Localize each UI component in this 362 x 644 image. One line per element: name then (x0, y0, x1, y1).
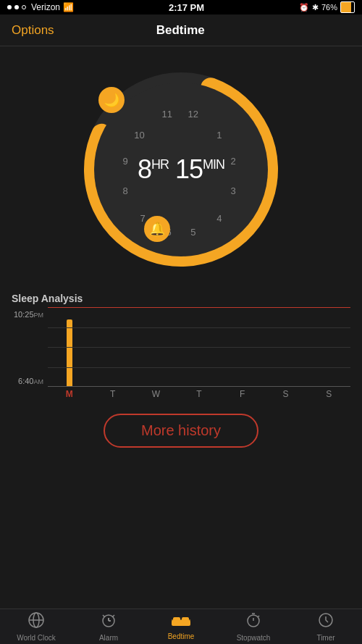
clock-num-11: 11 (162, 109, 172, 120)
alarm-status-icon: ⏰ (299, 3, 309, 12)
chart-x-label-t1: T (91, 389, 135, 399)
options-button[interactable]: Options (12, 23, 54, 38)
nav-bar: Options Bedtime (0, 14, 362, 46)
tab-item-bedtime[interactable]: Bedtime (145, 609, 217, 644)
nav-title: Bedtime (156, 23, 205, 38)
signal-dot-3 (22, 5, 26, 9)
chart-x-label-m: M (48, 389, 91, 399)
wifi-icon: 📶 (63, 2, 74, 12)
stopwatch-icon (245, 611, 262, 632)
clock-num-4: 4 (216, 213, 222, 224)
tab-label-timer: Timer (316, 634, 334, 642)
chart-grid-line-3 (48, 367, 350, 368)
status-time: 2:17 PM (169, 2, 204, 13)
more-history-button[interactable]: More history (104, 414, 258, 448)
clock-num-1: 1 (216, 130, 222, 141)
svg-line-8 (103, 615, 105, 617)
chart-bottom-line (48, 386, 350, 387)
more-history-container: More history (0, 414, 362, 448)
status-bar: Verizon 📶 2:17 PM ⏰ ✱ 76% (0, 0, 362, 14)
svg-rect-11 (173, 617, 180, 622)
tab-bar: World Clock Alarm Bedtime (0, 609, 362, 644)
signal-dot-1 (7, 5, 12, 9)
clock-container[interactable]: 11 12 1 2 3 4 5 6 7 8 9 10 8HR 15MIN (72, 61, 290, 278)
clock-hours: 8 (138, 154, 151, 184)
clock-section: 11 12 1 2 3 4 5 6 7 8 9 10 8HR 15MIN (0, 46, 362, 285)
tab-item-world-clock[interactable]: World Clock (0, 609, 72, 644)
clock-minutes: 15 (175, 154, 203, 184)
world-clock-icon (28, 611, 45, 632)
chart-top-line (48, 307, 350, 308)
chart-y-top-label: 10:25PM (12, 307, 43, 320)
clock-num-3: 3 (230, 185, 235, 196)
bedtime-icon (172, 613, 190, 631)
chart-y-axis: 10:25PM 6:40AM (12, 307, 48, 387)
chart-x-label-f: F (221, 389, 264, 399)
clock-num-2: 2 (230, 156, 235, 167)
clock-num-10: 10 (134, 130, 144, 141)
sleep-analysis-title: Sleep Analysis (12, 293, 350, 304)
chart-grid-line-2 (48, 347, 350, 348)
signal-dot-2 (14, 5, 19, 9)
chart-grid-line-1 (48, 327, 350, 328)
clock-num-7: 7 (140, 213, 146, 224)
clock-num-8: 8 (123, 185, 128, 196)
clock-num-5: 5 (190, 227, 195, 238)
clock-num-9: 9 (123, 156, 128, 167)
svg-line-9 (112, 615, 114, 617)
clock-time-display: 8HR 15MIN (138, 154, 224, 185)
battery-level: 76% (321, 3, 337, 12)
clock-hours-unit: HR (151, 157, 169, 172)
chart-x-label-s2: S (307, 389, 350, 399)
chart-y-bottom-label: 6:40AM (12, 374, 43, 387)
carrier-name: Verizon (31, 2, 60, 12)
alarm-icon (100, 611, 117, 632)
waketime-handle[interactable]: 🔔 (144, 216, 170, 242)
tab-label-world-clock: World Clock (17, 634, 56, 642)
tab-item-alarm[interactable]: Alarm (72, 609, 145, 644)
chart-x-label-s1: S (264, 389, 308, 399)
main-content: 11 12 1 2 3 4 5 6 7 8 9 10 8HR 15MIN (0, 46, 362, 609)
tab-label-stopwatch: Stopwatch (237, 634, 271, 642)
bedtime-handle[interactable]: 🌙 (98, 87, 125, 113)
chart-x-label-t2: T (177, 389, 221, 399)
chart-area (48, 307, 350, 387)
clock-minutes-unit: MIN (203, 157, 224, 172)
chart-x-label-w: W (134, 389, 177, 399)
sleep-section: Sleep Analysis 10:25PM 6:40AM (0, 285, 362, 403)
status-left: Verizon 📶 (7, 2, 74, 12)
clock-num-12: 12 (188, 109, 198, 120)
svg-rect-12 (182, 617, 189, 622)
status-right: ⏰ ✱ 76% (299, 1, 355, 13)
svg-line-17 (258, 616, 259, 617)
battery-icon (340, 1, 355, 13)
tab-label-bedtime: Bedtime (168, 632, 195, 640)
bluetooth-icon: ✱ (312, 3, 319, 12)
tab-item-timer[interactable]: Timer (290, 609, 362, 644)
tab-label-alarm: Alarm (99, 634, 118, 642)
chart-x-axis: M T W T F S S (48, 389, 350, 399)
timer-icon (317, 611, 334, 632)
tab-item-stopwatch[interactable]: Stopwatch (217, 609, 290, 644)
